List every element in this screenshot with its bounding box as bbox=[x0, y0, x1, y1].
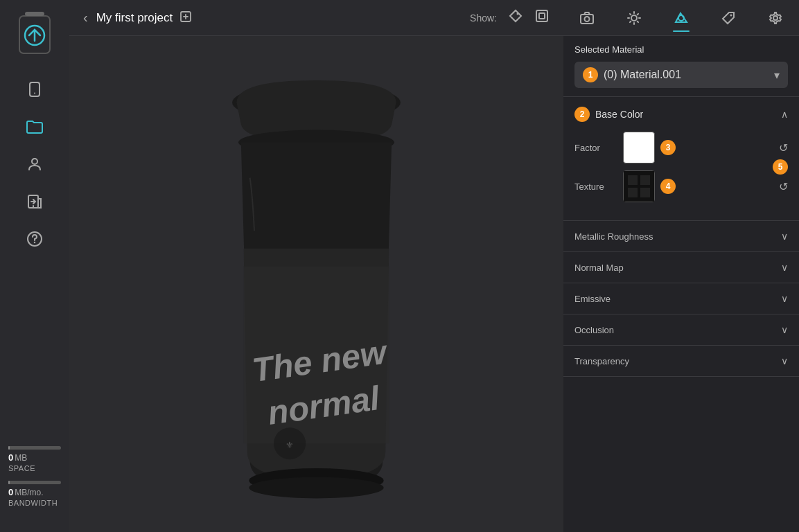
transparency-section-title: Transparency bbox=[574, 356, 781, 366]
base-color-title: Base Color bbox=[595, 109, 781, 120]
base-color-badge: 2 bbox=[574, 107, 590, 122]
factor-reset-button[interactable]: ↺ bbox=[779, 141, 788, 154]
transparency-section-chevron-icon: ∨ bbox=[781, 355, 788, 366]
sidebar-icon-export[interactable] bbox=[21, 188, 48, 215]
app-logo bbox=[14, 8, 55, 57]
svg-rect-1 bbox=[25, 12, 44, 16]
base-color-header[interactable]: 2 Base Color ∧ bbox=[563, 97, 799, 129]
transparency-section-header[interactable]: Transparency ∨ bbox=[563, 346, 799, 376]
panel-toolbar bbox=[563, 0, 799, 36]
svg-point-24 bbox=[631, 15, 637, 21]
tag-tool-button[interactable] bbox=[713, 3, 744, 33]
svg-point-23 bbox=[585, 17, 590, 21]
texture-swatch[interactable] bbox=[623, 170, 655, 202]
svg-rect-30 bbox=[640, 175, 650, 185]
svg-rect-3 bbox=[30, 82, 39, 96]
emissive-section-title: Emissive bbox=[574, 294, 781, 304]
occlusion-section-chevron-icon: ∨ bbox=[781, 324, 788, 335]
sidebar-icon-phone[interactable] bbox=[21, 76, 48, 103]
sidebar-icon-folder[interactable] bbox=[21, 114, 48, 140]
svg-rect-29 bbox=[628, 175, 638, 185]
base-color-section: 2 Base Color ∧ Factor 3 ↺ Texture bbox=[563, 97, 799, 221]
bandwidth-unit: MB/mo. bbox=[15, 488, 43, 497]
selected-material-section: Selected Material 1 (0) Material.001 ▾ bbox=[563, 36, 799, 97]
bandwidth-value: 0 bbox=[8, 487, 13, 497]
occlusion-section-title: Occlusion bbox=[574, 325, 781, 335]
material-dropdown-badge: 1 bbox=[583, 67, 598, 82]
texture-label: Texture bbox=[574, 181, 623, 192]
svg-rect-22 bbox=[581, 15, 593, 24]
svg-point-10 bbox=[517, 13, 519, 15]
base-color-body: Factor 3 ↺ Texture 4 bbox=[563, 129, 799, 220]
selected-material-label: Selected Material bbox=[574, 44, 788, 55]
svg-point-8 bbox=[35, 242, 35, 243]
settings-tool-button[interactable] bbox=[760, 3, 791, 33]
sidebar: 0 MB SPACE 0 MB/mo. BANDWIDTH bbox=[0, 0, 69, 532]
back-button[interactable]: ‹ bbox=[83, 10, 88, 26]
material-tool-button[interactable] bbox=[666, 3, 696, 33]
material-dropdown-text: (0) Material.001 bbox=[604, 69, 774, 81]
emissive-section: Emissive ∨ bbox=[563, 283, 799, 314]
edit-icon[interactable] bbox=[179, 10, 192, 26]
space-value: 0 bbox=[8, 452, 13, 463]
space-label: SPACE bbox=[8, 464, 61, 472]
svg-rect-31 bbox=[628, 188, 638, 197]
normal-map-section: Normal Map ∨ bbox=[563, 252, 799, 283]
tag-toggle-button[interactable] bbox=[508, 8, 523, 27]
normal-map-section-header[interactable]: Normal Map ∨ bbox=[563, 252, 799, 283]
svg-point-26 bbox=[730, 14, 732, 16]
emissive-section-chevron-icon: ∨ bbox=[781, 293, 788, 304]
transparency-section: Transparency ∨ bbox=[563, 346, 799, 377]
texture-reset-button[interactable]: 5 ↺ bbox=[779, 180, 788, 193]
svg-point-4 bbox=[34, 93, 35, 94]
sidebar-bottom: 0 MB SPACE 0 MB/mo. BANDWIDTH bbox=[0, 435, 69, 524]
metallic-roughness-section: Metallic Roughness ∨ bbox=[563, 221, 799, 252]
bandwidth-label: BANDWIDTH bbox=[8, 499, 61, 507]
svg-point-27 bbox=[773, 16, 778, 20]
metallic-roughness-section-header[interactable]: Metallic Roughness ∨ bbox=[563, 221, 799, 251]
factor-color-swatch[interactable] bbox=[623, 132, 655, 163]
factor-row: Factor 3 ↺ bbox=[574, 132, 788, 163]
factor-badge: 3 bbox=[660, 140, 676, 155]
header-right: Show: bbox=[470, 8, 550, 27]
material-dropdown[interactable]: 1 (0) Material.001 ▾ bbox=[574, 62, 788, 88]
svg-rect-11 bbox=[536, 10, 547, 21]
sections-container: Metallic Roughness ∨ Normal Map ∨ Emissi… bbox=[563, 221, 799, 377]
svg-point-19 bbox=[249, 477, 383, 499]
combined-badge: 5 bbox=[773, 159, 788, 175]
space-unit: MB bbox=[15, 453, 27, 463]
show-label: Show: bbox=[470, 12, 497, 24]
base-color-chevron-icon: ∧ bbox=[781, 109, 788, 120]
canvas-area[interactable]: The new normal ⚜ bbox=[69, 36, 563, 532]
texture-row: Texture 4 5 ↺ bbox=[574, 170, 788, 202]
metallic-roughness-section-chevron-icon: ∨ bbox=[781, 231, 788, 242]
right-panel: Selected Material 1 (0) Material.001 ▾ 2… bbox=[563, 0, 799, 532]
normal-map-section-chevron-icon: ∨ bbox=[781, 262, 788, 273]
material-dropdown-arrow-icon: ▾ bbox=[774, 69, 780, 82]
sidebar-icon-help[interactable] bbox=[21, 226, 48, 252]
factor-label: Factor bbox=[574, 143, 623, 153]
texture-badge: 4 bbox=[660, 179, 676, 194]
layers-toggle-button[interactable] bbox=[534, 8, 550, 27]
light-tool-button[interactable] bbox=[619, 3, 649, 33]
header: ‹ My first project Show: bbox=[69, 0, 563, 36]
svg-point-5 bbox=[32, 159, 37, 164]
emissive-section-header[interactable]: Emissive ∨ bbox=[563, 283, 799, 314]
main-area: ‹ My first project Show: bbox=[69, 0, 563, 532]
camera-tool-button[interactable] bbox=[572, 3, 602, 33]
svg-rect-12 bbox=[539, 13, 545, 19]
occlusion-section: Occlusion ∨ bbox=[563, 314, 799, 346]
project-title: My first project bbox=[96, 11, 173, 25]
occlusion-section-header[interactable]: Occlusion ∨ bbox=[563, 314, 799, 345]
svg-text:⚜: ⚜ bbox=[286, 440, 294, 450]
metallic-roughness-section-title: Metallic Roughness bbox=[574, 231, 781, 242]
svg-rect-32 bbox=[640, 188, 650, 197]
sidebar-icon-user[interactable] bbox=[21, 151, 48, 177]
normal-map-section-title: Normal Map bbox=[574, 263, 781, 273]
